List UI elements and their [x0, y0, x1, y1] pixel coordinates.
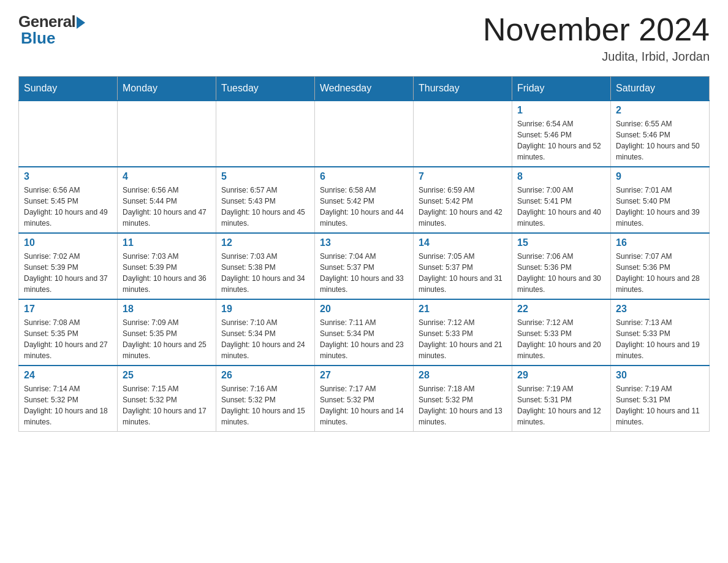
calendar-cell: [19, 101, 118, 167]
title-area: November 2024 Judita, Irbid, Jordan: [483, 12, 710, 64]
calendar-cell: 16 Sunrise: 7:07 AMSunset: 5:36 PMDaylig…: [611, 233, 710, 299]
day-number: 24: [24, 370, 112, 381]
day-info: Sunrise: 7:18 AMSunset: 5:32 PMDaylight:…: [419, 383, 507, 427]
calendar-cell: 24 Sunrise: 7:14 AMSunset: 5:32 PMDaylig…: [19, 366, 118, 432]
day-info: Sunrise: 7:12 AMSunset: 5:33 PMDaylight:…: [419, 317, 507, 361]
day-number: 7: [419, 171, 507, 182]
calendar-cell: 19 Sunrise: 7:10 AMSunset: 5:34 PMDaylig…: [216, 299, 315, 366]
logo-blue-text: Blue: [18, 29, 55, 48]
day-number: 18: [123, 304, 211, 315]
day-info: Sunrise: 7:07 AMSunset: 5:36 PMDaylight:…: [616, 251, 704, 295]
day-info: Sunrise: 7:08 AMSunset: 5:35 PMDaylight:…: [24, 317, 112, 361]
calendar-cell: [118, 101, 216, 167]
calendar-cell: 15 Sunrise: 7:06 AMSunset: 5:36 PMDaylig…: [512, 233, 611, 299]
weekday-header-wednesday: Wednesday: [315, 77, 414, 101]
calendar-cell: 17 Sunrise: 7:08 AMSunset: 5:35 PMDaylig…: [19, 299, 118, 366]
day-number: 14: [419, 237, 507, 248]
day-info: Sunrise: 7:00 AMSunset: 5:41 PMDaylight:…: [517, 185, 605, 229]
calendar-cell: 7 Sunrise: 6:59 AMSunset: 5:42 PMDayligh…: [414, 167, 512, 233]
day-info: Sunrise: 7:10 AMSunset: 5:34 PMDaylight:…: [221, 317, 309, 361]
week-row-4: 17 Sunrise: 7:08 AMSunset: 5:35 PMDaylig…: [19, 299, 710, 366]
day-info: Sunrise: 6:58 AMSunset: 5:42 PMDaylight:…: [320, 185, 408, 229]
day-number: 10: [24, 237, 112, 248]
calendar-cell: 18 Sunrise: 7:09 AMSunset: 5:35 PMDaylig…: [118, 299, 216, 366]
day-number: 3: [24, 171, 112, 182]
calendar-cell: 13 Sunrise: 7:04 AMSunset: 5:37 PMDaylig…: [315, 233, 414, 299]
day-info: Sunrise: 7:16 AMSunset: 5:32 PMDaylight:…: [221, 383, 309, 427]
day-number: 9: [616, 171, 704, 182]
day-number: 20: [320, 304, 408, 315]
day-number: 30: [616, 370, 704, 381]
calendar-cell: 30 Sunrise: 7:19 AMSunset: 5:31 PMDaylig…: [611, 366, 710, 432]
day-info: Sunrise: 6:55 AMSunset: 5:46 PMDaylight:…: [616, 118, 704, 163]
week-row-3: 10 Sunrise: 7:02 AMSunset: 5:39 PMDaylig…: [19, 233, 710, 299]
calendar-cell: 3 Sunrise: 6:56 AMSunset: 5:45 PMDayligh…: [19, 167, 118, 233]
day-info: Sunrise: 7:19 AMSunset: 5:31 PMDaylight:…: [616, 383, 704, 427]
day-number: 22: [517, 304, 605, 315]
day-info: Sunrise: 7:13 AMSunset: 5:33 PMDaylight:…: [616, 317, 704, 361]
day-info: Sunrise: 6:57 AMSunset: 5:43 PMDaylight:…: [221, 185, 309, 229]
calendar-cell: 26 Sunrise: 7:16 AMSunset: 5:32 PMDaylig…: [216, 366, 315, 432]
weekday-header-monday: Monday: [118, 77, 216, 101]
calendar-cell: [414, 101, 512, 167]
day-number: 19: [221, 304, 309, 315]
calendar-cell: 25 Sunrise: 7:15 AMSunset: 5:32 PMDaylig…: [118, 366, 216, 432]
day-number: 11: [123, 237, 211, 248]
day-number: 23: [616, 304, 704, 315]
day-info: Sunrise: 7:19 AMSunset: 5:31 PMDaylight:…: [517, 383, 605, 427]
location-subtitle: Judita, Irbid, Jordan: [483, 50, 710, 64]
day-info: Sunrise: 7:05 AMSunset: 5:37 PMDaylight:…: [419, 251, 507, 295]
day-info: Sunrise: 7:03 AMSunset: 5:39 PMDaylight:…: [123, 251, 211, 295]
day-info: Sunrise: 7:03 AMSunset: 5:38 PMDaylight:…: [221, 251, 309, 295]
day-info: Sunrise: 6:56 AMSunset: 5:45 PMDaylight:…: [24, 185, 112, 229]
day-number: 28: [419, 370, 507, 381]
calendar-cell: 8 Sunrise: 7:00 AMSunset: 5:41 PMDayligh…: [512, 167, 611, 233]
week-row-2: 3 Sunrise: 6:56 AMSunset: 5:45 PMDayligh…: [19, 167, 710, 233]
calendar-cell: 27 Sunrise: 7:17 AMSunset: 5:32 PMDaylig…: [315, 366, 414, 432]
day-number: 21: [419, 304, 507, 315]
calendar-cell: 9 Sunrise: 7:01 AMSunset: 5:40 PMDayligh…: [611, 167, 710, 233]
day-number: 6: [320, 171, 408, 182]
day-info: Sunrise: 7:11 AMSunset: 5:34 PMDaylight:…: [320, 317, 408, 361]
calendar-cell: [315, 101, 414, 167]
calendar-cell: 23 Sunrise: 7:13 AMSunset: 5:33 PMDaylig…: [611, 299, 710, 366]
day-info: Sunrise: 6:59 AMSunset: 5:42 PMDaylight:…: [419, 185, 507, 229]
calendar-cell: 1 Sunrise: 6:54 AMSunset: 5:46 PMDayligh…: [512, 101, 611, 167]
weekday-header-row: SundayMondayTuesdayWednesdayThursdayFrid…: [19, 77, 710, 101]
calendar-cell: 21 Sunrise: 7:12 AMSunset: 5:33 PMDaylig…: [414, 299, 512, 366]
page-header: General Blue November 2024 Judita, Irbid…: [18, 12, 710, 64]
day-info: Sunrise: 7:12 AMSunset: 5:33 PMDaylight:…: [517, 317, 605, 361]
calendar-cell: 14 Sunrise: 7:05 AMSunset: 5:37 PMDaylig…: [414, 233, 512, 299]
calendar-cell: 12 Sunrise: 7:03 AMSunset: 5:38 PMDaylig…: [216, 233, 315, 299]
calendar-cell: 28 Sunrise: 7:18 AMSunset: 5:32 PMDaylig…: [414, 366, 512, 432]
calendar-cell: 10 Sunrise: 7:02 AMSunset: 5:39 PMDaylig…: [19, 233, 118, 299]
logo: General Blue: [18, 12, 85, 48]
weekday-header-saturday: Saturday: [611, 77, 710, 101]
calendar-cell: 2 Sunrise: 6:55 AMSunset: 5:46 PMDayligh…: [611, 101, 710, 167]
weekday-header-tuesday: Tuesday: [216, 77, 315, 101]
day-number: 8: [517, 171, 605, 182]
day-info: Sunrise: 7:02 AMSunset: 5:39 PMDaylight:…: [24, 251, 112, 295]
day-number: 4: [123, 171, 211, 182]
day-info: Sunrise: 6:54 AMSunset: 5:46 PMDaylight:…: [517, 118, 605, 163]
day-number: 13: [320, 237, 408, 248]
day-number: 5: [221, 171, 309, 182]
calendar-cell: [216, 101, 315, 167]
calendar-cell: 6 Sunrise: 6:58 AMSunset: 5:42 PMDayligh…: [315, 167, 414, 233]
day-number: 2: [616, 105, 704, 116]
day-number: 16: [616, 237, 704, 248]
day-info: Sunrise: 7:04 AMSunset: 5:37 PMDaylight:…: [320, 251, 408, 295]
calendar-cell: 5 Sunrise: 6:57 AMSunset: 5:43 PMDayligh…: [216, 167, 315, 233]
calendar-cell: 20 Sunrise: 7:11 AMSunset: 5:34 PMDaylig…: [315, 299, 414, 366]
day-number: 17: [24, 304, 112, 315]
weekday-header-friday: Friday: [512, 77, 611, 101]
day-number: 1: [517, 105, 605, 116]
week-row-5: 24 Sunrise: 7:14 AMSunset: 5:32 PMDaylig…: [19, 366, 710, 432]
calendar-cell: 4 Sunrise: 6:56 AMSunset: 5:44 PMDayligh…: [118, 167, 216, 233]
calendar-table: SundayMondayTuesdayWednesdayThursdayFrid…: [18, 76, 710, 432]
weekday-header-thursday: Thursday: [414, 77, 512, 101]
calendar-cell: 22 Sunrise: 7:12 AMSunset: 5:33 PMDaylig…: [512, 299, 611, 366]
day-info: Sunrise: 7:15 AMSunset: 5:32 PMDaylight:…: [123, 383, 211, 427]
day-number: 12: [221, 237, 309, 248]
weekday-header-sunday: Sunday: [19, 77, 118, 101]
